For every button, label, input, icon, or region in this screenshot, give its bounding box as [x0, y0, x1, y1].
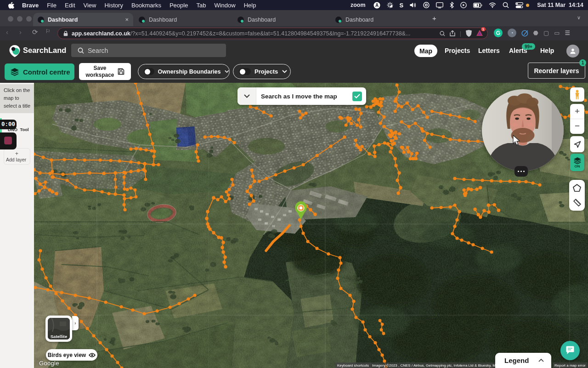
svg-text:A: A — [375, 3, 378, 8]
